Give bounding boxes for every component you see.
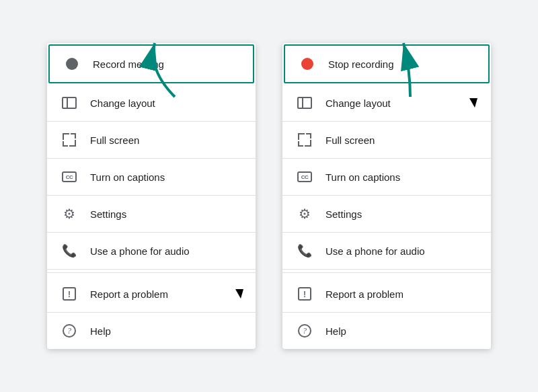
- change-layout-item-left[interactable]: Change layout: [47, 85, 256, 122]
- right-panel-wrapper: Stop recording Change layout Full screen…: [282, 43, 491, 349]
- captions-item-left[interactable]: CC Turn on captions: [47, 159, 256, 196]
- settings-icon-left: ⚙: [61, 205, 78, 223]
- help-label-left: Help: [90, 325, 111, 337]
- change-layout-label-right: Change layout: [325, 97, 391, 109]
- captions-icon-left: CC: [61, 168, 78, 186]
- fullscreen-svg-left: [63, 133, 76, 147]
- help-svg-left: ?: [63, 324, 76, 338]
- help-icon-left: ?: [61, 322, 78, 340]
- help-icon-right: ?: [296, 322, 313, 340]
- settings-label-left: Settings: [90, 208, 126, 220]
- stop-recording-item[interactable]: Stop recording: [284, 44, 490, 83]
- record-meeting-item[interactable]: Record meeting: [48, 44, 254, 83]
- captions-item-right[interactable]: CC Turn on captions: [282, 159, 491, 196]
- help-item-left[interactable]: ? Help: [47, 313, 256, 349]
- gear-svg-left: ⚙: [63, 206, 75, 222]
- settings-icon-right: ⚙: [296, 205, 313, 223]
- settings-item-right[interactable]: ⚙ Settings: [282, 196, 491, 233]
- captions-label-left: Turn on captions: [90, 171, 165, 183]
- layout-svg-right: [297, 97, 312, 109]
- left-menu: Record meeting Change layout Full screen…: [47, 43, 256, 349]
- change-layout-item-right[interactable]: Change layout: [282, 85, 491, 122]
- fullscreen-svg-right: [298, 133, 311, 147]
- cc-svg-right: CC: [297, 171, 312, 182]
- divider-right: [282, 272, 491, 273]
- phone-label-left: Use a phone for audio: [90, 245, 190, 257]
- right-menu: Stop recording Change layout Full screen…: [282, 43, 491, 349]
- phone-item-left[interactable]: 📞 Use a phone for audio: [47, 233, 256, 270]
- report-svg-right: [298, 287, 311, 301]
- report-label-right: Report a problem: [325, 288, 404, 300]
- fullscreen-item-right[interactable]: Full screen: [282, 122, 491, 159]
- cc-svg-left: CC: [62, 171, 77, 182]
- help-svg-right: ?: [298, 324, 311, 338]
- phone-label-right: Use a phone for audio: [325, 245, 425, 257]
- report-svg-left: [63, 287, 76, 301]
- help-label-right: Help: [325, 325, 346, 337]
- left-panel-wrapper: Record meeting Change layout Full screen…: [47, 43, 256, 349]
- fullscreen-icon-left: [61, 131, 78, 149]
- record-meeting-label: Record meeting: [93, 58, 164, 70]
- stop-recording-label: Stop recording: [328, 58, 394, 70]
- report-item-right[interactable]: Report a problem: [282, 276, 491, 313]
- phone-item-right[interactable]: 📞 Use a phone for audio: [282, 233, 491, 270]
- stop-icon-container: [299, 55, 316, 73]
- record-gray-dot: [66, 58, 78, 70]
- phone-icon-left: 📞: [61, 242, 78, 260]
- divider-left: [47, 272, 256, 273]
- help-item-right[interactable]: ? Help: [282, 313, 491, 349]
- report-icon-right: [296, 285, 313, 303]
- fullscreen-item-left[interactable]: Full screen: [47, 122, 256, 159]
- change-layout-label-left: Change layout: [90, 97, 155, 109]
- phone-icon-right: 📞: [296, 242, 313, 260]
- layout-icon-right: [296, 94, 313, 112]
- phone-svg-left: 📞: [62, 243, 77, 258]
- captions-icon-right: CC: [296, 168, 313, 186]
- fullscreen-label-left: Full screen: [90, 134, 139, 146]
- record-red-dot: [301, 58, 313, 70]
- layout-icon-left: [61, 94, 78, 112]
- mouse-cursor-right: [469, 98, 477, 108]
- fullscreen-icon-right: [296, 131, 313, 149]
- captions-label-right: Turn on captions: [325, 171, 400, 183]
- settings-label-right: Settings: [325, 208, 362, 220]
- mouse-cursor-left: [235, 289, 243, 299]
- fullscreen-label-right: Full screen: [325, 134, 375, 146]
- record-icon-container: [63, 55, 81, 73]
- report-icon-left: [61, 285, 78, 303]
- gear-svg-right: ⚙: [299, 206, 311, 222]
- settings-item-left[interactable]: ⚙ Settings: [47, 196, 256, 233]
- report-label-left: Report a problem: [90, 288, 168, 300]
- report-item-left[interactable]: Report a problem: [47, 276, 256, 313]
- phone-svg-right: 📞: [297, 243, 312, 258]
- layout-svg-left: [62, 97, 77, 109]
